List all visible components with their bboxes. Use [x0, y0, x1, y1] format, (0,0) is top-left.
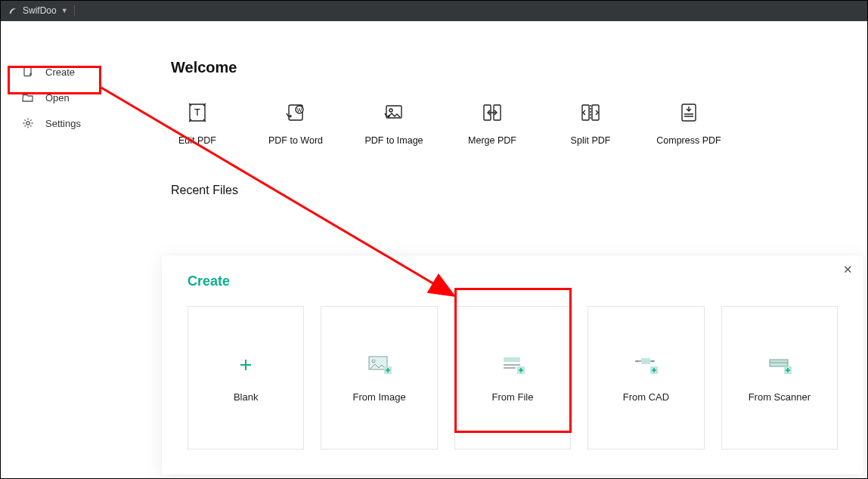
create-option-from-image[interactable]: From Image — [321, 306, 437, 450]
quick-action-edit-pdf[interactable]: T Edit PDF — [171, 99, 224, 146]
create-option-from-cad[interactable]: From CAD — [587, 306, 704, 450]
open-icon — [21, 91, 35, 104]
from-scanner-icon — [764, 354, 795, 376]
sidebar: Create Open Settings — [15, 59, 121, 136]
welcome-heading: Welcome — [171, 59, 853, 76]
gear-icon — [21, 116, 35, 130]
quick-action-label: Merge PDF — [468, 135, 516, 146]
create-option-label: From CAD — [623, 391, 669, 403]
quick-action-label: Compress PDF — [656, 135, 721, 146]
pdf-to-word-icon: W — [282, 99, 309, 126]
app-logo-icon — [8, 5, 18, 16]
sidebar-item-create[interactable]: Create — [15, 59, 121, 85]
sidebar-item-label: Open — [45, 92, 70, 104]
quick-action-pdf-to-word[interactable]: W PDF to Word — [269, 99, 322, 146]
edit-pdf-icon: T — [184, 99, 211, 126]
titlebar-divider — [74, 5, 75, 16]
sidebar-item-settings[interactable]: Settings — [15, 110, 121, 136]
create-panel-title: Create — [188, 273, 838, 289]
pdf-to-image-icon — [380, 99, 408, 126]
svg-point-20 — [637, 360, 639, 362]
quick-action-label: Split PDF — [571, 135, 611, 146]
create-options-grid: Blank From Image From File From CAD — [188, 306, 838, 450]
app-menu-caret-icon[interactable]: ▼ — [61, 7, 68, 14]
svg-rect-17 — [504, 357, 520, 362]
create-option-label: From Image — [353, 391, 406, 403]
quick-action-split-pdf[interactable]: Split PDF — [564, 99, 617, 146]
create-option-label: Blank — [234, 391, 259, 403]
create-icon — [21, 65, 35, 79]
sidebar-item-label: Settings — [45, 118, 81, 129]
from-file-icon — [498, 354, 528, 376]
quick-action-label: Edit PDF — [178, 135, 216, 146]
quick-action-label: PDF to Word — [268, 135, 323, 146]
svg-point-8 — [389, 109, 392, 112]
blank-icon — [231, 354, 261, 376]
compress-pdf-icon — [675, 99, 702, 126]
titlebar: SwifDoo ▼ — [0, 0, 868, 21]
svg-rect-0 — [24, 67, 31, 76]
quick-actions-row: T Edit PDF W PDF to Word PDF to Image — [171, 99, 853, 146]
create-option-blank[interactable]: Blank — [188, 306, 304, 450]
create-panel: ✕ Create Blank From Image From File — [162, 255, 863, 474]
quick-action-compress-pdf[interactable]: Compress PDF — [662, 99, 715, 146]
app-name: SwifDoo — [23, 5, 57, 16]
close-icon[interactable]: ✕ — [843, 263, 853, 277]
create-option-label: From File — [492, 391, 534, 403]
sidebar-item-label: Create — [45, 66, 75, 78]
split-pdf-icon — [577, 99, 604, 126]
quick-action-pdf-to-image[interactable]: PDF to Image — [367, 99, 420, 146]
create-option-label: From Scanner — [749, 391, 811, 403]
create-option-from-scanner[interactable]: From Scanner — [721, 306, 838, 450]
quick-action-merge-pdf[interactable]: Merge PDF — [466, 99, 519, 146]
svg-point-1 — [26, 122, 29, 125]
create-option-from-file[interactable]: From File — [454, 306, 571, 450]
svg-point-21 — [652, 360, 654, 362]
from-image-icon — [364, 354, 395, 376]
svg-text:T: T — [194, 107, 200, 118]
main-area: Welcome T Edit PDF W PDF to Word PDF to … — [171, 59, 853, 197]
recent-files-heading: Recent Files — [171, 184, 853, 197]
sidebar-item-open[interactable]: Open — [15, 85, 121, 110]
svg-text:W: W — [297, 107, 302, 113]
svg-rect-19 — [641, 358, 650, 364]
from-cad-icon — [631, 354, 661, 376]
app-body: Create Open Settings Welcome T Edit PDF — [0, 21, 868, 479]
merge-pdf-icon — [479, 99, 506, 126]
quick-action-label: PDF to Image — [364, 135, 423, 146]
